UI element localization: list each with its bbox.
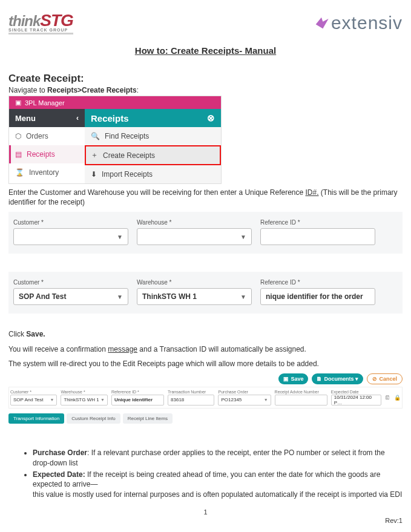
page-number: 1 bbox=[8, 508, 403, 516]
caret-down-icon: ▼ bbox=[240, 294, 246, 300]
caret-down-icon: ▼ bbox=[117, 234, 123, 240]
sidebar-item-orders[interactable]: ⬡ Orders bbox=[9, 127, 85, 145]
instruction-confirm: You will receive a confirmation message … bbox=[8, 344, 403, 354]
caret-down-icon: ▾ bbox=[355, 376, 358, 382]
chart-icon: ⬡ bbox=[15, 132, 21, 140]
submenu-create-receipts[interactable]: ＋ Create Receipts bbox=[85, 145, 221, 165]
detail-field: Customer *SOP And Test▼ bbox=[10, 390, 57, 406]
detail-input[interactable]: 10/31/2024 12:00 P… bbox=[331, 395, 381, 406]
warehouse-select[interactable]: ThinkSTG WH 1▼ bbox=[137, 288, 252, 305]
list-item: Expected Date: If the receipt is being c… bbox=[33, 470, 403, 500]
detail-field: Reference ID *Unique identifier bbox=[111, 390, 164, 406]
submenu: 🔍 Find Receipts ＋ Create Receipts ⬇ Impo… bbox=[85, 127, 221, 183]
hourglass-icon: ⌛ bbox=[15, 168, 24, 177]
save-icon: ▣ bbox=[283, 376, 289, 382]
reference-field: Reference ID * bbox=[260, 219, 375, 245]
calendar-icon[interactable]: 🗓 bbox=[385, 395, 390, 401]
receipt-icon: ▤ bbox=[15, 150, 22, 159]
field-descriptions: Purchase Order: If a relevant purchase o… bbox=[33, 448, 403, 500]
warehouse-select[interactable]: ▼ bbox=[137, 228, 252, 245]
tab-custom-receipt-info[interactable]: Custom Receipt Info bbox=[67, 413, 120, 424]
detail-field: Receipt Advice Number bbox=[275, 390, 327, 406]
logo-thinkstg: thinkSTG SINGLE TRACK GROUP bbox=[8, 11, 73, 34]
customer-select[interactable]: SOP And Test▼ bbox=[13, 288, 128, 305]
detail-select[interactable]: PO12345▼ bbox=[218, 395, 271, 406]
detail-input[interactable]: Unique identifier bbox=[111, 395, 164, 406]
cancel-icon: ⊘ bbox=[372, 376, 377, 382]
detail-input[interactable] bbox=[275, 395, 327, 406]
submenu-import-receipts[interactable]: ⬇ Import Receipts bbox=[85, 165, 221, 183]
instruction-paragraph-1: Enter the Customer and Warehouse you wil… bbox=[8, 188, 403, 207]
tab-receipt-line-items[interactable]: Receipt Line Items bbox=[123, 413, 173, 424]
caret-down-icon: ▼ bbox=[117, 294, 123, 300]
detail-field: Warehouse *ThinkSTG WH 1▼ bbox=[61, 390, 107, 406]
nav-instruction: Navigate to Receipts>Create Receipts: bbox=[8, 86, 403, 94]
caret-down-icon: ▼ bbox=[240, 234, 246, 240]
sidebar: ⬡ Orders ▤ Receipts ⌛ Inventory bbox=[9, 127, 85, 183]
instruction-save: Click Save. bbox=[8, 329, 403, 339]
submenu-find-receipts[interactable]: 🔍 Find Receipts bbox=[85, 127, 221, 145]
sidebar-item-receipts[interactable]: ▤ Receipts bbox=[9, 145, 85, 163]
menu-screenshot: ▣ 3PL Manager Menu ‹ Receipts ⊗ ⬡ Orders… bbox=[8, 96, 222, 184]
customer-field: Customer * ▼ bbox=[13, 219, 128, 245]
detail-field: Transaction Number83618 bbox=[168, 390, 214, 406]
lock-icon: 🔒 bbox=[394, 395, 401, 401]
detail-select[interactable]: SOP And Test▼ bbox=[10, 395, 57, 406]
form-empty: Customer * ▼ Warehouse * ▼ Reference ID … bbox=[8, 212, 403, 254]
instruction-redirect: The system will re-direct you to the Edi… bbox=[8, 359, 403, 369]
plus-icon: ＋ bbox=[91, 150, 98, 160]
customer-field-filled: Customer * SOP And Test▼ bbox=[13, 279, 128, 305]
panel-header: Receipts ⊗ bbox=[85, 109, 221, 127]
documents-button[interactable]: 🗎Documents ▾ bbox=[312, 373, 363, 384]
tab-transport-information[interactable]: Transport Information bbox=[8, 413, 64, 424]
tabs: Transport Information Custom Receipt Inf… bbox=[8, 413, 403, 424]
header: thinkSTG SINGLE TRACK GROUP extensiv bbox=[8, 11, 403, 34]
reference-field-filled: Reference ID * nique identifier for the … bbox=[260, 279, 375, 305]
cancel-button[interactable]: ⊘Cancel bbox=[367, 373, 403, 384]
caret-down-icon: ▼ bbox=[50, 398, 54, 402]
box-icon: ▣ bbox=[15, 99, 21, 107]
menu-header[interactable]: Menu ‹ bbox=[9, 109, 85, 127]
logo-extensiv: extensiv bbox=[313, 13, 403, 33]
customer-select[interactable]: ▼ bbox=[13, 228, 128, 245]
revision-label: Rev:1 bbox=[8, 517, 403, 524]
bird-icon bbox=[313, 15, 330, 31]
detail-field: Purchase OrderPO12345▼ bbox=[218, 390, 271, 406]
section-heading: Create Receipt: bbox=[8, 73, 403, 85]
reference-input[interactable]: nique identifier for the order bbox=[260, 288, 375, 305]
form-filled: Customer * SOP And Test▼ Warehouse * Thi… bbox=[8, 272, 403, 314]
caret-down-icon: ▼ bbox=[100, 398, 105, 402]
reference-input[interactable] bbox=[260, 228, 375, 245]
sidebar-item-inventory[interactable]: ⌛ Inventory bbox=[9, 163, 85, 182]
warehouse-field-filled: Warehouse * ThinkSTG WH 1▼ bbox=[137, 279, 252, 305]
document-title: How to: Create Receipts- Manual bbox=[8, 45, 403, 56]
caret-down-icon: ▼ bbox=[264, 398, 268, 402]
detail-input[interactable]: 83618 bbox=[168, 395, 214, 406]
search-icon: 🔍 bbox=[91, 132, 100, 140]
close-icon[interactable]: ⊗ bbox=[207, 113, 215, 123]
detail-field: Expected Date10/31/2024 12:00 P… bbox=[331, 390, 381, 406]
download-icon: ⬇ bbox=[91, 170, 97, 179]
action-buttons: ▣Save 🗎Documents ▾ ⊘Cancel bbox=[8, 373, 403, 384]
app-banner: ▣ 3PL Manager bbox=[9, 96, 221, 109]
warehouse-field: Warehouse * ▼ bbox=[137, 219, 252, 245]
receipt-detail-bar: Customer *SOP And Test▼Warehouse *ThinkS… bbox=[8, 387, 403, 409]
detail-select[interactable]: ThinkSTG WH 1▼ bbox=[61, 395, 107, 406]
document-icon: 🗎 bbox=[317, 376, 322, 382]
chevron-left-icon: ‹ bbox=[76, 114, 79, 122]
save-button[interactable]: ▣Save bbox=[278, 373, 308, 384]
list-item: Purchase Order: If a relevant purchase o… bbox=[33, 448, 403, 468]
